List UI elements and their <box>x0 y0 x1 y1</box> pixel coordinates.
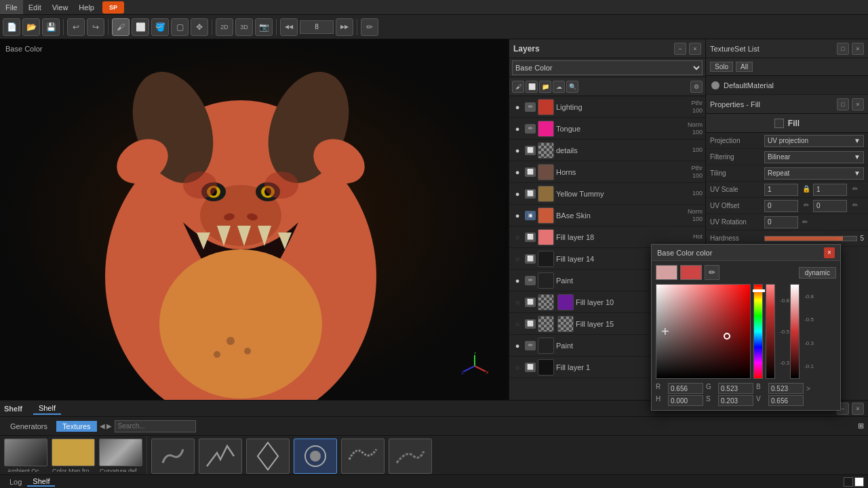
uvscale-edit[interactable]: ✏ <box>850 184 861 195</box>
h-input[interactable]: 0.000 <box>668 395 703 406</box>
layer-eye-lighting[interactable]: ● <box>512 102 523 113</box>
shelf-tab-shelf[interactable]: Shelf <box>33 403 61 415</box>
uvscale-input1[interactable]: 1 <box>764 184 798 196</box>
layers-close[interactable]: × <box>689 43 701 55</box>
projection-dropdown[interactable]: UV projection ▼ <box>764 135 864 147</box>
shelf-item-dirt[interactable]: dirt <box>340 439 386 472</box>
layer-eye-tongue[interactable]: ● <box>512 123 523 134</box>
saturation-picker[interactable]: + <box>656 284 751 379</box>
uvscale-input2[interactable]: 1 <box>813 184 847 196</box>
dynamic-button[interactable]: dynamic <box>799 267 836 279</box>
hue-strip[interactable] <box>753 284 763 379</box>
saturation-strip[interactable]: -0.8 -0.5 -0.3 -0.1 <box>790 284 800 379</box>
uvrotation-input[interactable]: 0 <box>764 216 798 228</box>
layer-eye-fill15[interactable]: ○ <box>512 319 523 329</box>
uvrotation-edit[interactable]: ✏ <box>800 217 810 228</box>
layers-minimize[interactable]: − <box>674 43 686 55</box>
b-input[interactable]: 0.523 <box>768 383 804 394</box>
shelf-item-cracks[interactable]: cracks <box>197 439 243 472</box>
layer-eye-paint1[interactable]: ● <box>512 275 523 286</box>
layer-eye-baseskin[interactable]: ● <box>512 210 523 221</box>
shelf-item-curvature[interactable]: Curvature def... <box>98 439 144 472</box>
shelf-view-grid[interactable]: ⊞ <box>858 422 864 430</box>
rgb-arrow[interactable]: > <box>806 383 813 394</box>
layer-tummy[interactable]: ● ⬜ Yellow Tummy 100 <box>509 183 705 205</box>
value-strip[interactable]: -0.8 -0.5 -0.3 <box>766 284 775 379</box>
tool-erase[interactable]: ⬜ <box>132 18 149 36</box>
layer-eye-fill14[interactable]: ○ <box>512 253 523 264</box>
shelf-nav-generators[interactable]: Generators <box>4 421 54 432</box>
menu-file[interactable]: File <box>0 0 23 14</box>
brush-size-decrease[interactable]: ◀◀ <box>280 18 298 36</box>
add-paint-layer[interactable]: 🖌 <box>512 81 524 93</box>
tool-paint[interactable]: 🖌 <box>112 18 130 36</box>
r-input[interactable]: 0.656 <box>668 383 703 394</box>
uvoffset-edit1[interactable]: ✏ <box>801 200 812 211</box>
shelf-item-amboc[interactable]: Ambient Oc... <box>3 439 49 472</box>
brush-size-increase[interactable]: ▶▶ <box>336 18 353 36</box>
fill-checkbox[interactable] <box>774 119 784 128</box>
tiling-dropdown[interactable]: Repeat ▼ <box>764 167 864 180</box>
hardness-slider[interactable] <box>764 236 857 241</box>
layer-eye-fill10[interactable]: ○ <box>512 297 523 308</box>
layers-settings[interactable]: ⚙ <box>690 81 703 93</box>
shelf-bottom-shelf[interactable]: Shelf <box>27 477 55 487</box>
all-button[interactable]: All <box>736 62 753 72</box>
layer-eye-fill1[interactable]: ○ <box>512 362 523 373</box>
shelf-search-input[interactable] <box>115 420 196 432</box>
layer-horns[interactable]: ● ⬜ Horns Pthr 100 <box>509 161 705 183</box>
add-mask[interactable]: ☁ <box>553 81 565 93</box>
filtering-dropdown[interactable]: Bilinear ▼ <box>764 151 864 163</box>
menu-edit[interactable]: Edit <box>23 0 47 14</box>
properties-expand[interactable]: □ <box>837 98 849 110</box>
tool-2d[interactable]: 2D <box>216 18 233 36</box>
s-input[interactable]: 0.203 <box>718 395 753 406</box>
properties-close[interactable]: × <box>852 98 864 110</box>
solo-button[interactable]: Solo <box>710 62 733 72</box>
layers-search[interactable]: 🔍 <box>566 81 578 93</box>
shelf-item-colormap[interactable]: Color Map fro... <box>50 439 96 472</box>
uvoffset-edit2[interactable]: ✏ <box>850 200 861 211</box>
menu-view[interactable]: View <box>47 0 74 14</box>
layer-eye-tummy[interactable]: ● <box>512 188 523 199</box>
swatch-black[interactable] <box>844 477 853 487</box>
tool-new[interactable]: 📄 <box>3 18 20 36</box>
textureset-close[interactable]: × <box>852 43 864 55</box>
tool-3d[interactable]: 3D <box>235 18 253 36</box>
shelf-nav-prev[interactable]: ◀ <box>100 422 105 430</box>
menu-help[interactable]: Help <box>73 0 100 14</box>
add-fill-layer[interactable]: ⬜ <box>526 81 538 93</box>
color-dialog-close[interactable]: × <box>824 247 835 258</box>
texture-channel-select[interactable]: Base Color <box>512 60 703 75</box>
g-input[interactable]: 0.523 <box>718 383 753 394</box>
layer-eye-paint2[interactable]: ● <box>512 340 523 351</box>
material-item[interactable]: DefaultMaterial <box>706 76 868 95</box>
tool-camera[interactable]: 📷 <box>255 18 273 36</box>
swatch-white[interactable] <box>854 477 864 487</box>
log-tab[interactable]: Log <box>4 476 27 487</box>
shelf-nav-next[interactable]: ▶ <box>106 422 112 430</box>
tool-redo[interactable]: ↪ <box>87 18 104 36</box>
uvscale-lock[interactable]: 🔒 <box>801 184 812 195</box>
tool-fill[interactable]: 🪣 <box>151 18 169 36</box>
shelf-item-defaultbrush[interactable]: default brush <box>292 439 338 472</box>
tool-open[interactable]: 📂 <box>22 18 40 36</box>
tool-save[interactable]: 💾 <box>42 18 60 36</box>
uvoffset-input2[interactable]: 0 <box>813 200 847 212</box>
layer-eye-horns[interactable]: ● <box>512 167 523 178</box>
shelf-item-cotton[interactable]: cotton <box>150 439 196 472</box>
layer-tongue[interactable]: ● ✏ Tongue Norm 100 <box>509 118 705 140</box>
shelf-nav-textures[interactable]: Textures <box>56 421 97 432</box>
textureset-expand[interactable]: □ <box>837 43 849 55</box>
eyedropper-button[interactable]: ✏ <box>705 265 719 280</box>
viewport[interactable]: Base Color <box>0 39 509 400</box>
shelf-close[interactable]: × <box>852 403 864 415</box>
v-input[interactable]: 0.656 <box>768 395 804 406</box>
layer-eye-details[interactable]: ● <box>512 145 523 156</box>
layer-eye-fill18[interactable]: ○ <box>512 232 523 243</box>
layer-lighting[interactable]: ● ✏ Lighting Pthr 100 <box>509 96 705 118</box>
tool-undo[interactable]: ↩ <box>67 18 85 36</box>
brush-size-input[interactable]: 8 <box>300 20 334 34</box>
tool-picker[interactable]: ✏ <box>361 18 378 36</box>
uvoffset-input1[interactable]: 0 <box>764 200 798 212</box>
